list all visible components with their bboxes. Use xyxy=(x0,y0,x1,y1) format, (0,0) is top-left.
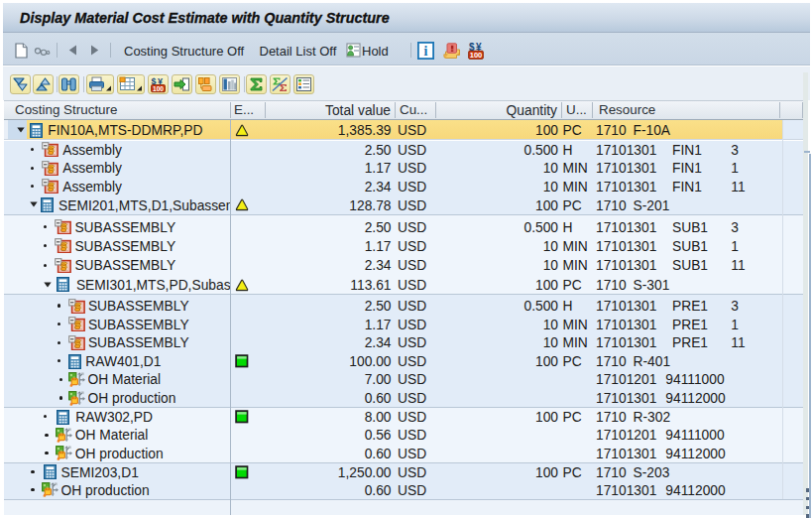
svg-text:100: 100 xyxy=(153,85,164,92)
svg-text:i: i xyxy=(424,44,428,59)
svg-text:100: 100 xyxy=(469,51,482,60)
